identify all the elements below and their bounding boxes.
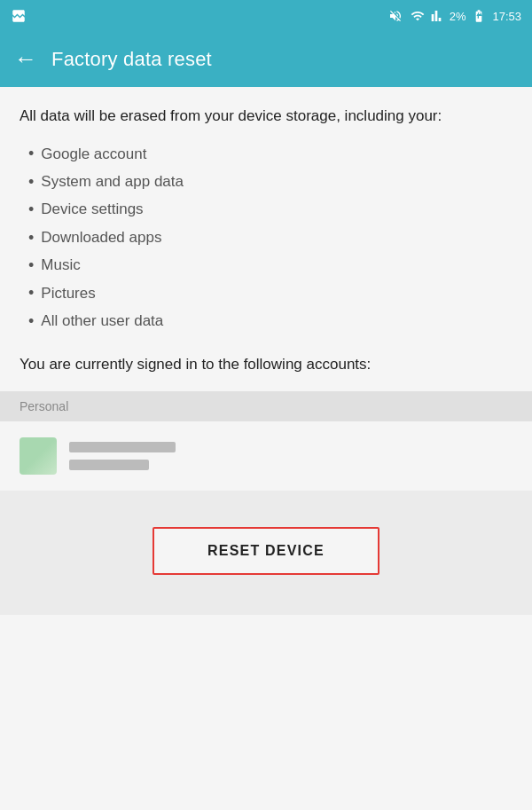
redacted-name: [69, 442, 176, 452]
no-image-icon: [11, 8, 27, 24]
list-item-text: Google account: [41, 140, 146, 168]
warning-text: All data will be erased from your device…: [20, 105, 512, 128]
list-item-text: Downloaded apps: [41, 224, 161, 251]
list-item-text: All other user data: [41, 307, 163, 334]
list-item: •Pictures: [28, 279, 512, 307]
list-item: •All other user data: [28, 307, 512, 334]
bullet-icon: •: [28, 201, 34, 217]
list-item-text: System and app data: [41, 168, 184, 195]
app-bar-title: Factory data reset: [51, 48, 212, 71]
list-item-text: Music: [41, 251, 80, 279]
bullet-icon: •: [28, 174, 34, 190]
status-bar-right-icons: 2% 17:53: [387, 9, 521, 23]
battery-icon: [470, 9, 488, 23]
status-bar: 2% 17:53: [0, 0, 532, 32]
back-button[interactable]: ←: [14, 47, 37, 70]
app-bar: ← Factory data reset: [0, 32, 532, 87]
list-item-text: Pictures: [41, 279, 95, 307]
account-info: [69, 442, 176, 470]
items-list: •Google account•System and app data•Devi…: [28, 140, 512, 335]
bullet-icon: •: [28, 313, 34, 329]
wifi-icon: [409, 9, 426, 23]
list-item: •Music: [28, 251, 512, 279]
account-row: [0, 421, 532, 491]
redacted-email: [69, 460, 149, 470]
bullet-icon: •: [28, 145, 34, 161]
list-item: •System and app data: [28, 168, 512, 195]
list-item: •Google account: [28, 140, 512, 168]
section-divider: Personal: [0, 391, 532, 421]
mute-icon: [387, 9, 404, 23]
section-label: Personal: [20, 399, 68, 413]
status-bar-left-icons: [11, 8, 27, 24]
list-item: •Downloaded apps: [28, 224, 512, 251]
list-item-text: Device settings: [41, 195, 143, 223]
signed-in-text: You are currently signed in to the follo…: [20, 353, 512, 376]
content-area: All data will be erased from your device…: [0, 87, 532, 375]
signal-icon: [431, 9, 445, 23]
reset-device-button[interactable]: RESET DEVICE: [153, 527, 379, 575]
bullet-icon: •: [28, 257, 34, 273]
account-avatar: [20, 437, 57, 475]
battery-percentage: 2%: [450, 10, 466, 23]
bullet-icon: •: [28, 285, 34, 301]
status-time: 17:53: [492, 10, 521, 23]
list-item: •Device settings: [28, 195, 512, 223]
bullet-icon: •: [28, 230, 34, 246]
button-area: RESET DEVICE: [0, 491, 532, 615]
